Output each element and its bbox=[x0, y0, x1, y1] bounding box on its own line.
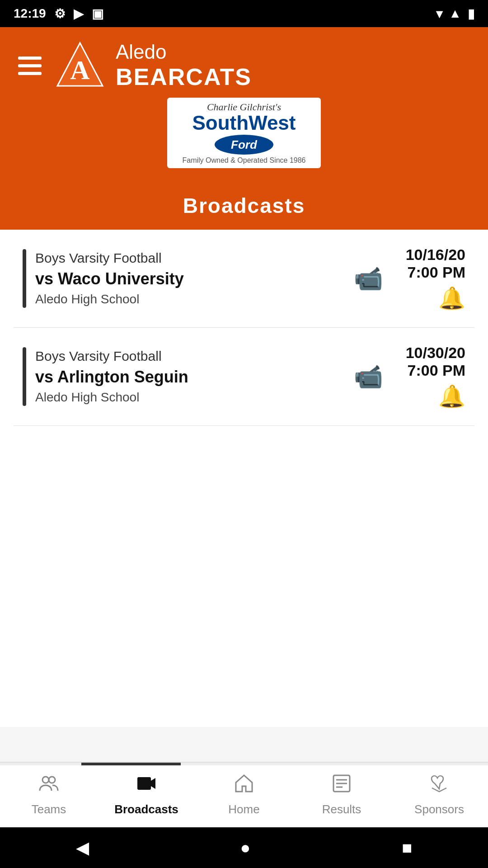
broadcast-location-2: Aledo High School bbox=[35, 390, 345, 405]
accent-bar-2 bbox=[23, 347, 26, 406]
sponsor-tagline: Family Owned & Operated Since 1986 bbox=[176, 156, 312, 165]
results-label: Results bbox=[322, 802, 361, 816]
broadcasts-icon bbox=[136, 774, 156, 798]
signal-icon: ▲ bbox=[449, 6, 461, 21]
team-mascot: BEARCATS bbox=[116, 63, 252, 90]
team-logo: A bbox=[55, 41, 105, 90]
status-bar: 12:19 ⚙ ▶ ▣ ▾ ▲ ▮ bbox=[0, 0, 488, 27]
battery-icon: ▮ bbox=[468, 6, 474, 21]
broadcast-location-1: Aledo High School bbox=[35, 292, 345, 307]
sponsor-name: SouthWest bbox=[176, 113, 312, 133]
camera-icon-1: 📹 bbox=[354, 265, 383, 292]
hamburger-menu[interactable] bbox=[18, 57, 42, 75]
broadcast-time-2: 7:00 PM bbox=[406, 362, 465, 379]
home-label: Home bbox=[228, 802, 259, 816]
svg-marker-5 bbox=[151, 778, 155, 789]
home-icon bbox=[234, 774, 254, 798]
broadcast-info-1: Boys Varsity Football vs Waco University… bbox=[35, 250, 345, 307]
nav-active-indicator bbox=[81, 763, 181, 765]
play-icon: ▶ bbox=[74, 6, 84, 21]
team-name: Aledo BEARCATS bbox=[116, 41, 252, 90]
back-button[interactable]: ◀ bbox=[76, 838, 89, 858]
results-icon bbox=[332, 774, 352, 798]
sponsor-box: Charlie Gilchrist's SouthWest Ford Famil… bbox=[167, 98, 321, 168]
home-button[interactable]: ● bbox=[240, 838, 251, 858]
logo-area: A Aledo BEARCATS bbox=[55, 41, 252, 90]
status-bar-right: ▾ ▲ ▮ bbox=[436, 6, 474, 21]
svg-text:A: A bbox=[70, 55, 89, 85]
broadcast-sport-2: Boys Varsity Football bbox=[35, 349, 345, 364]
wifi-icon: ▾ bbox=[436, 6, 442, 21]
broadcast-meta-1: 10/16/20 7:00 PM 🔔 bbox=[406, 246, 465, 311]
sponsors-icon bbox=[429, 774, 449, 798]
camera-icon-2: 📹 bbox=[354, 363, 383, 391]
nav-item-teams[interactable]: Teams bbox=[8, 774, 89, 816]
header: A Aledo BEARCATS Charlie Gilchrist's Sou… bbox=[0, 27, 488, 182]
svg-point-2 bbox=[42, 777, 49, 783]
bell-icon-2[interactable]: 🔔 bbox=[406, 384, 465, 409]
recents-button[interactable]: ■ bbox=[402, 838, 413, 858]
broadcasts-title: Broadcasts bbox=[183, 194, 305, 217]
broadcast-vs-2: vs Arlington Seguin bbox=[35, 368, 345, 387]
broadcast-item-2[interactable]: Boys Varsity Football vs Arlington Segui… bbox=[14, 328, 474, 426]
nav-item-results[interactable]: Results bbox=[301, 774, 382, 816]
broadcast-time-1: 7:00 PM bbox=[406, 264, 465, 281]
teams-label: Teams bbox=[32, 802, 66, 816]
settings-icon: ⚙ bbox=[54, 6, 66, 21]
header-top: A Aledo BEARCATS bbox=[18, 41, 470, 90]
bottom-nav: Teams Broadcasts Home bbox=[0, 762, 488, 827]
sponsor-logo-area: Charlie Gilchrist's SouthWest Ford Famil… bbox=[18, 98, 470, 173]
broadcast-item-1[interactable]: Boys Varsity Football vs Waco University… bbox=[14, 230, 474, 328]
clipboard-icon: ▣ bbox=[92, 6, 103, 21]
nav-item-broadcasts[interactable]: Broadcasts bbox=[106, 774, 187, 816]
nav-item-sponsors[interactable]: Sponsors bbox=[399, 774, 480, 816]
broadcast-date-2: 10/30/20 bbox=[406, 344, 465, 362]
bell-icon-1[interactable]: 🔔 bbox=[406, 286, 465, 311]
broadcasts-list: Boys Varsity Football vs Waco University… bbox=[0, 230, 488, 727]
sponsor-ford: Ford bbox=[215, 135, 273, 155]
nav-indicator-bar bbox=[0, 763, 488, 765]
team-city: Aledo bbox=[116, 41, 252, 63]
teams-icon bbox=[39, 774, 59, 798]
broadcast-info-2: Boys Varsity Football vs Arlington Segui… bbox=[35, 349, 345, 405]
nav-items: Teams Broadcasts Home bbox=[0, 765, 488, 827]
system-nav-bar: ◀ ● ■ bbox=[0, 827, 488, 868]
broadcast-vs-1: vs Waco University bbox=[35, 269, 345, 288]
broadcast-date-1: 10/16/20 bbox=[406, 246, 465, 264]
svg-rect-4 bbox=[137, 777, 151, 790]
broadcast-sport-1: Boys Varsity Football bbox=[35, 250, 345, 266]
nav-item-home[interactable]: Home bbox=[203, 774, 285, 816]
status-bar-left: 12:19 ⚙ ▶ ▣ bbox=[14, 6, 103, 21]
broadcasts-banner: Broadcasts bbox=[0, 182, 488, 230]
status-time: 12:19 bbox=[14, 6, 46, 21]
broadcasts-label: Broadcasts bbox=[114, 802, 178, 816]
accent-bar-1 bbox=[23, 249, 26, 308]
sponsors-label: Sponsors bbox=[414, 802, 464, 816]
broadcast-meta-2: 10/30/20 7:00 PM 🔔 bbox=[406, 344, 465, 409]
svg-point-3 bbox=[49, 777, 55, 783]
